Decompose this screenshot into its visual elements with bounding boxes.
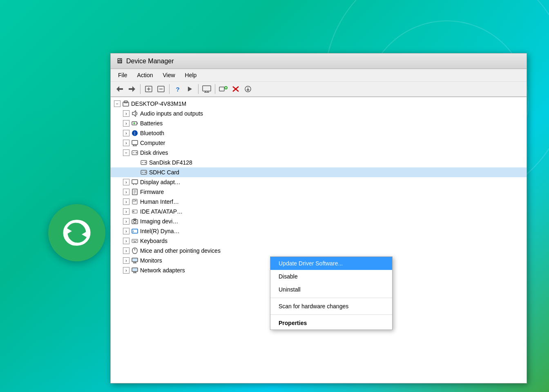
batteries-expand[interactable]: › — [123, 120, 129, 127]
tree-ide[interactable]: › IDE ATA/ATAP… — [111, 207, 527, 216]
network-label: Network adapters — [140, 267, 185, 274]
mice-expand[interactable]: › — [123, 247, 129, 254]
svg-point-43 — [145, 172, 146, 173]
intel-label: Intel(R) Dyna… — [140, 228, 179, 234]
menu-action[interactable]: Action — [133, 71, 157, 80]
svg-rect-63 — [133, 240, 134, 241]
root-label: DESKTOP-4V83M1M — [131, 100, 186, 107]
tree-computer[interactable]: › Computer — [111, 138, 527, 148]
svg-rect-14 — [219, 87, 224, 91]
firmware-icon — [131, 188, 138, 196]
monitors-icon — [131, 257, 138, 264]
imaging-expand[interactable]: › — [123, 218, 129, 225]
ctx-disable[interactable]: Disable — [270, 270, 392, 283]
ctx-scan-hardware[interactable]: Scan for hardware changes — [270, 300, 392, 313]
toolbar-expand[interactable] — [143, 83, 154, 95]
computer-expand[interactable]: › — [123, 140, 129, 146]
ctx-uninstall[interactable]: Uninstall — [270, 283, 392, 296]
imaging-label: Imaging devi… — [140, 218, 178, 225]
keyboards-icon — [131, 237, 138, 245]
toolbar-sep-1 — [140, 84, 141, 94]
ctx-uninstall-label: Uninstall — [279, 286, 301, 293]
tree-batteries[interactable]: › Batteries — [111, 118, 527, 128]
bluetooth-label: Bluetooth — [140, 130, 164, 136]
ctx-properties-label: Properties — [279, 320, 307, 326]
toolbar-device-add[interactable] — [218, 83, 229, 95]
audio-expand[interactable]: › — [123, 110, 129, 117]
monitors-expand[interactable]: › — [123, 257, 129, 264]
imaging-icon — [131, 218, 138, 225]
svg-marker-9 — [188, 87, 192, 91]
menubar: File Action View Help — [111, 69, 527, 82]
tree-mice[interactable]: › Mice and other pointing devices — [111, 246, 527, 256]
svg-point-40 — [145, 162, 146, 163]
tree-firmware[interactable]: › Firmware — [111, 187, 527, 197]
ctx-scan-hardware-label: Scan for hardware changes — [279, 303, 348, 310]
batteries-icon — [131, 120, 138, 127]
svg-rect-32 — [132, 140, 138, 145]
svg-rect-66 — [134, 241, 136, 242]
tree-imaging[interactable]: › Imaging devi… — [111, 216, 527, 226]
tree-root[interactable]: − DESKTOP-4V83M1M — [111, 99, 527, 109]
disk-drives-expand[interactable]: − — [123, 149, 129, 156]
ctx-update-driver[interactable]: Update Driver Software... — [270, 257, 392, 270]
disk-drives-label: Disk drives — [140, 149, 168, 156]
bluetooth-expand[interactable]: › — [123, 130, 129, 136]
display-label: Display adapt… — [140, 179, 181, 185]
sdhc-icon — [140, 169, 147, 176]
toolbar-help[interactable]: ? — [172, 83, 183, 95]
keyboards-expand[interactable]: › — [123, 238, 129, 244]
tree-sdhc[interactable]: SDHC Card — [111, 167, 527, 177]
svg-marker-2 — [116, 86, 123, 92]
menu-help[interactable]: Help — [181, 71, 201, 80]
root-expand[interactable]: − — [114, 100, 121, 107]
mice-label: Mice and other pointing devices — [140, 247, 221, 254]
tree-disk-drives[interactable]: − Disk drives — [111, 148, 527, 158]
sandisk-icon — [140, 159, 147, 166]
network-icon — [131, 267, 138, 274]
svg-rect-54 — [135, 200, 136, 201]
tree-hid[interactable]: › Human Interf… — [111, 197, 527, 207]
intel-expand[interactable]: › — [123, 228, 129, 234]
menu-view[interactable]: View — [158, 71, 179, 80]
toolbar-download[interactable] — [242, 83, 254, 95]
svg-marker-0 — [66, 228, 72, 234]
toolbar-sep-2 — [169, 84, 170, 94]
tree-keyboards[interactable]: › Keyboards — [111, 236, 527, 246]
titlebar-icon: 🖥 — [116, 57, 123, 65]
tree-panel[interactable]: − DESKTOP-4V83M1M › Audio inputs and out… — [111, 97, 527, 383]
computer-icon-tree — [131, 139, 138, 147]
intel-icon: i — [131, 227, 138, 235]
ide-expand[interactable]: › — [123, 208, 129, 215]
titlebar: 🖥 Device Manager — [111, 53, 527, 69]
toolbar-forward[interactable] — [126, 83, 138, 95]
tree-audio[interactable]: › Audio inputs and outputs — [111, 109, 527, 118]
network-expand[interactable]: › — [123, 267, 129, 274]
firmware-expand[interactable]: › — [123, 189, 129, 195]
refresh-icon — [60, 216, 93, 249]
toolbar-remove[interactable] — [230, 83, 241, 95]
menu-file[interactable]: File — [114, 71, 132, 80]
tree-display[interactable]: › Display adapt… — [111, 177, 527, 187]
hid-expand[interactable]: › — [123, 198, 129, 205]
toolbar-monitor[interactable] — [201, 83, 212, 95]
tree-bluetooth[interactable]: › ᛒ Bluetooth — [111, 128, 527, 138]
ide-icon — [131, 208, 138, 215]
display-expand[interactable]: › — [123, 179, 129, 185]
svg-point-37 — [136, 152, 137, 154]
toolbar-collapse[interactable] — [155, 83, 167, 95]
hid-icon — [131, 198, 138, 205]
svg-text:ᛒ: ᛒ — [134, 131, 136, 136]
svg-point-58 — [134, 220, 136, 223]
ctx-update-driver-label: Update Driver Software... — [279, 260, 343, 267]
ctx-properties[interactable]: Properties — [270, 316, 392, 330]
tree-intel[interactable]: › i Intel(R) Dyna… — [111, 226, 527, 236]
toolbar-back[interactable] — [114, 83, 125, 95]
svg-marker-25 — [132, 111, 136, 116]
tree-sandisk[interactable]: SanDisk DF4128 — [111, 158, 527, 167]
toolbar-sep-3 — [198, 84, 199, 94]
window-title: Device Manager — [126, 58, 174, 65]
toolbar-play[interactable] — [184, 83, 196, 95]
main-content: − DESKTOP-4V83M1M › Audio inputs and out… — [111, 97, 527, 383]
context-menu: Update Driver Software... Disable Uninst… — [270, 256, 393, 330]
